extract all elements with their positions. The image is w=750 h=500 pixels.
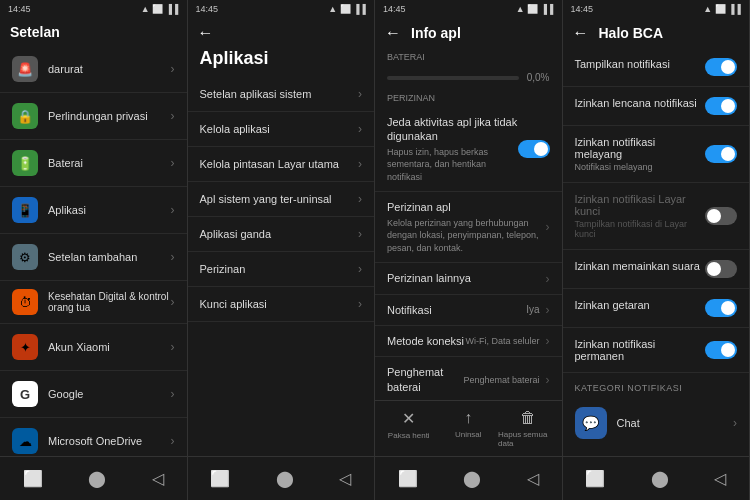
- baterai-icon: 🔋: [12, 150, 38, 176]
- jeda-toggle[interactable]: [518, 140, 550, 158]
- nav-square-2[interactable]: ⬜: [198, 465, 242, 492]
- tampilkan-toggle[interactable]: [705, 58, 737, 76]
- tampilkan-title: Tampilkan notifikasi: [575, 58, 706, 70]
- header-setelan: Setelan: [0, 18, 187, 46]
- nav-square-1[interactable]: ⬜: [11, 465, 55, 492]
- ganda-label: Aplikasi ganda: [200, 228, 359, 240]
- perizinan-apl-subtitle: Kelola perizinan yang berhubungan dengan…: [387, 217, 540, 255]
- layar-kunci-subtitle: Tampilkan notifikasi di Layar kunci: [575, 219, 706, 239]
- nav-square-3[interactable]: ⬜: [386, 465, 430, 492]
- notif-melayang[interactable]: Izinkan notifikasi melayang Notifikasi m…: [563, 126, 750, 183]
- google-label: Google: [48, 388, 171, 400]
- sidebar-item-akun-xiaomi[interactable]: ✦ Akun Xiaomi ›: [0, 324, 187, 371]
- nav-back-3[interactable]: ◁: [515, 465, 551, 492]
- info-row-metode[interactable]: Metode koneksi Wi-Fi, Data seluler ›: [375, 326, 562, 357]
- info-row-perizinan-lainnya[interactable]: Perizinan lainnya ›: [375, 263, 562, 294]
- info-row-jeda[interactable]: Jeda aktivitas apl jika tidak digunakan …: [375, 107, 562, 192]
- kunci-label: Kunci aplikasi: [200, 298, 359, 310]
- nav-back-2[interactable]: ◁: [327, 465, 363, 492]
- sidebar-item-google[interactable]: G Google ›: [0, 371, 187, 418]
- metode-title: Metode koneksi: [387, 334, 465, 348]
- info-row-notifikasi[interactable]: Notifikasi Iya ›: [375, 295, 562, 326]
- getaran-toggle[interactable]: [705, 299, 737, 317]
- permanen-toggle[interactable]: [705, 341, 737, 359]
- google-arrow: ›: [171, 387, 175, 401]
- bottom-nav-2: ⬜ ⬤ ◁: [188, 456, 375, 500]
- panel-setelan: 14:45 ▲ ⬜ ▐▐ Setelan 🚨 darurat › 🔒 Perli…: [0, 0, 188, 500]
- notif-getaran[interactable]: Izinkan getaran: [563, 289, 750, 328]
- metode-value: Wi-Fi, Data seluler: [465, 336, 539, 346]
- akun-xiaomi-arrow: ›: [171, 340, 175, 354]
- menu-item-pintasan[interactable]: Kelola pintasan Layar utama ›: [188, 147, 375, 182]
- nav-home-3[interactable]: ⬤: [451, 465, 493, 492]
- getaran-content: Izinkan getaran: [575, 299, 706, 311]
- kesehatan-label: Kesehatan Digital & kontrol orang tua: [48, 291, 171, 313]
- sistem-arrow: ›: [358, 87, 362, 101]
- hapus-data-btn[interactable]: 🗑 Hapus semua data: [498, 409, 558, 448]
- chat-item[interactable]: 💬 Chat ›: [563, 397, 750, 449]
- privasi-label: Perlindungan privasi: [48, 110, 171, 122]
- title-info-apl: Info apl: [411, 25, 461, 41]
- kesehatan-arrow: ›: [171, 295, 175, 309]
- menu-item-perizinan[interactable]: Perizinan ›: [188, 252, 375, 287]
- menu-item-uninsal[interactable]: Apl sistem yang ter-uninsal ›: [188, 182, 375, 217]
- nav-home-4[interactable]: ⬤: [639, 465, 681, 492]
- sidebar-item-baterai[interactable]: 🔋 Baterai ›: [0, 140, 187, 187]
- status-bar-4: 14:45 ▲ ⬜ ▐▐: [563, 0, 750, 18]
- sidebar-item-darurat[interactable]: 🚨 darurat ›: [0, 46, 187, 93]
- status-time-2: 14:45: [196, 4, 219, 14]
- sidebar-item-aplikasi[interactable]: 📱 Aplikasi ›: [0, 187, 187, 234]
- menu-item-kelola[interactable]: Kelola aplikasi ›: [188, 112, 375, 147]
- bottom-nav-1: ⬜ ⬤ ◁: [0, 456, 187, 500]
- status-icons-3: ▲ ⬜ ▐▐: [516, 4, 554, 14]
- info-row-perizinan-apl[interactable]: Perizinan apl Kelola perizinan yang berh…: [375, 192, 562, 263]
- sidebar-item-privasi[interactable]: 🔒 Perlindungan privasi ›: [0, 93, 187, 140]
- suara-toggle[interactable]: [705, 260, 737, 278]
- perizinan-apl-content: Perizinan apl Kelola perizinan yang berh…: [387, 200, 540, 254]
- akun-xiaomi-icon: ✦: [12, 334, 38, 360]
- back-arrow-4[interactable]: ←: [573, 24, 589, 42]
- perizinan-section-label: Perizinan: [375, 89, 562, 107]
- tambahan-icon: ⚙: [12, 244, 38, 270]
- info-apl-content: Baterai 0,0% Perizinan Jeda aktivitas ap…: [375, 48, 562, 400]
- menu-item-ganda[interactable]: Aplikasi ganda ›: [188, 217, 375, 252]
- kunci-arrow: ›: [358, 297, 362, 311]
- baterai-arrow: ›: [171, 156, 175, 170]
- title-aplikasi: Aplikasi: [200, 48, 269, 69]
- back-arrow-3[interactable]: ←: [385, 24, 401, 42]
- nav-back-4[interactable]: ◁: [702, 465, 738, 492]
- menu-item-kunci[interactable]: Kunci aplikasi ›: [188, 287, 375, 322]
- notif-tampilkan[interactable]: Tampilkan notifikasi: [563, 48, 750, 87]
- sidebar-item-kesehatan[interactable]: ⏱ Kesehatan Digital & kontrol orang tua …: [0, 281, 187, 324]
- bottom-nav-4: ⬜ ⬤ ◁: [563, 456, 750, 500]
- privasi-icon: 🔒: [12, 103, 38, 129]
- nav-back-1[interactable]: ◁: [140, 465, 176, 492]
- status-icons-1: ▲ ⬜ ▐▐: [141, 4, 179, 14]
- notif-suara[interactable]: Izinkan memainkan suara: [563, 250, 750, 289]
- header-aplikasi: ←: [188, 18, 375, 48]
- paksa-henti-icon: ✕: [402, 409, 415, 428]
- notif-layar-kunci[interactable]: Izinkan notifikasi Layar kunci Tampilkan…: [563, 183, 750, 250]
- nav-home-2[interactable]: ⬤: [264, 465, 306, 492]
- lencana-toggle[interactable]: [705, 97, 737, 115]
- sidebar-item-tambahan[interactable]: ⚙ Setelan tambahan ›: [0, 234, 187, 281]
- nav-square-4[interactable]: ⬜: [573, 465, 617, 492]
- header-halo-bca: ← Halo BCA: [563, 18, 750, 48]
- nav-home-1[interactable]: ⬤: [76, 465, 118, 492]
- info-row-penghemat[interactable]: Penghemat baterai Penghemat baterai ›: [375, 357, 562, 400]
- back-arrow-2[interactable]: ←: [198, 24, 214, 42]
- uninsal-btn[interactable]: ↑ Uninsal: [439, 409, 499, 448]
- notif-lencana[interactable]: Izinkan lencana notifikasi: [563, 87, 750, 126]
- penghemat-value: Penghemat baterai: [463, 375, 539, 385]
- paksa-henti-btn[interactable]: ✕ Paksa henti: [379, 409, 439, 448]
- status-bar-2: 14:45 ▲ ⬜ ▐▐: [188, 0, 375, 18]
- melayang-toggle[interactable]: [705, 145, 737, 163]
- menu-item-sistem[interactable]: Setelan aplikasi sistem ›: [188, 77, 375, 112]
- notif-permanen[interactable]: Izinkan notifikasi permanen: [563, 328, 750, 373]
- perizinan-apl-title: Perizinan apl: [387, 200, 540, 214]
- layar-kunci-toggle[interactable]: [705, 207, 737, 225]
- sidebar-item-onedrive[interactable]: ☁ Microsoft OneDrive ›: [0, 418, 187, 456]
- melayang-content: Izinkan notifikasi melayang Notifikasi m…: [575, 136, 706, 172]
- baterai-section-label: Baterai: [375, 48, 562, 66]
- perizinan-arrow: ›: [358, 262, 362, 276]
